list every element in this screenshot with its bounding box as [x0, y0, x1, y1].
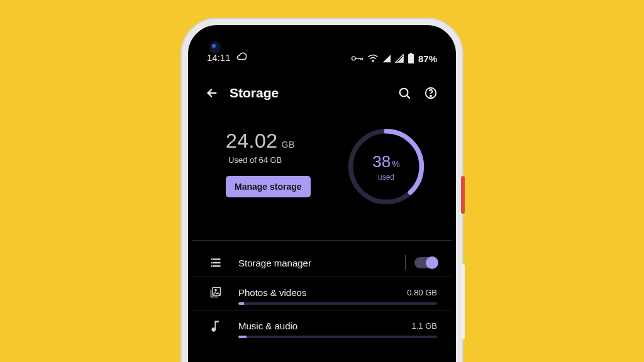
svg-point-0: [352, 57, 355, 60]
row-music-audio[interactable]: Music & audio 1.1 GB: [192, 310, 452, 334]
row-label: Storage manager: [238, 258, 405, 268]
wifi-icon: [367, 53, 379, 63]
svg-point-13: [212, 262, 213, 263]
storage-categories: Storage manager Photos & videos 0.80 GB: [192, 246, 452, 343]
row-label: Music & audio: [238, 321, 412, 331]
divider: [192, 240, 452, 241]
photos-icon: [207, 286, 225, 299]
summary-text: 24.02 GB Used of 64 GB Manage storage: [217, 129, 345, 197]
stage: 14:11: [0, 0, 644, 362]
vertical-separator: [405, 255, 406, 270]
svg-point-12: [212, 259, 213, 260]
help-icon[interactable]: [423, 85, 438, 101]
row-label: Photos & videos: [238, 287, 407, 298]
row-value: 1.1 GB: [412, 321, 437, 331]
app-header: Storage: [192, 84, 452, 102]
row-photos-videos[interactable]: Photos & videos 0.80 GB: [192, 277, 452, 301]
svg-point-16: [215, 290, 216, 291]
row-value: 0.80 GB: [407, 288, 437, 297]
header-actions: [397, 85, 438, 101]
storage-summary: 24.02 GB Used of 64 GB Manage storage 38: [192, 129, 452, 207]
photos-videos-bar: [238, 302, 437, 305]
back-button[interactable]: [203, 84, 221, 102]
row-storage-manager[interactable]: Storage manager: [192, 246, 452, 277]
svg-point-1: [372, 60, 374, 62]
svg-rect-3: [410, 53, 413, 54]
search-icon[interactable]: [397, 85, 412, 101]
storage-manager-toggle[interactable]: [414, 257, 437, 268]
used-amount: 24.02 GB: [226, 129, 345, 153]
used-value: 24.02: [226, 129, 278, 153]
volume-button: [461, 264, 465, 339]
battery-icon: [408, 53, 414, 64]
status-left: 14:11: [207, 51, 247, 64]
used-subtitle: Used of 64 GB: [228, 155, 345, 165]
signal-icon-1: [382, 54, 391, 63]
storage-manager-icon: [207, 256, 225, 269]
svg-rect-2: [408, 54, 414, 63]
phone-frame: 14:11: [182, 19, 462, 362]
ring-percent-symbol: %: [392, 159, 399, 169]
svg-point-14: [212, 266, 213, 267]
page-title: Storage: [230, 85, 397, 101]
power-button: [461, 176, 465, 214]
battery-percent: 87%: [418, 53, 437, 64]
music-icon: [207, 319, 225, 332]
used-unit: GB: [282, 140, 295, 150]
status-right: 87%: [351, 53, 437, 64]
signal-icon-2: [395, 54, 404, 63]
status-bar: 14:11: [192, 29, 452, 68]
svg-point-4: [400, 89, 408, 97]
cloud-icon: [236, 51, 247, 64]
vpn-key-icon: [351, 53, 364, 63]
manage-storage-button[interactable]: Manage storage: [226, 176, 311, 197]
status-time: 14:11: [207, 52, 231, 63]
screen: 14:11: [192, 29, 452, 362]
ring-caption: 38 % used: [345, 126, 427, 207]
ring-percent-label: used: [378, 173, 394, 182]
ring-percent-value: 38: [372, 152, 391, 172]
music-audio-bar: [238, 336, 437, 338]
svg-point-6: [430, 96, 431, 97]
usage-ring: 38 % used: [345, 126, 427, 207]
